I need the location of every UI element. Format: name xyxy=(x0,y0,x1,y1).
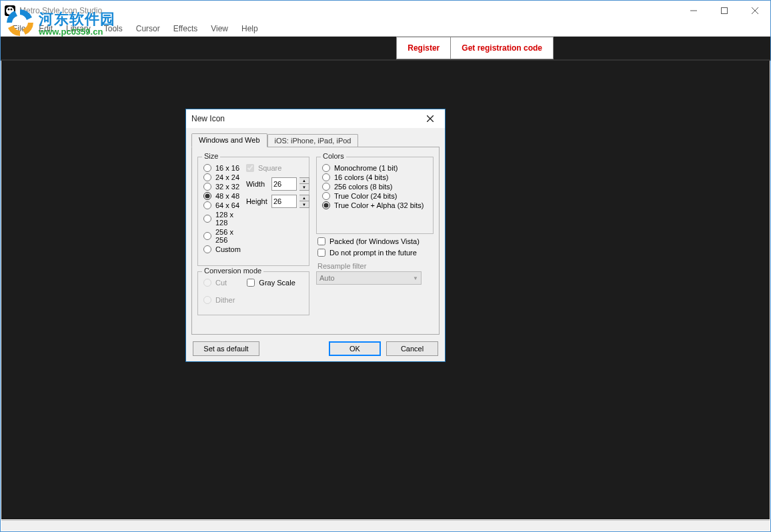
colors-group: Colors Monochrome (1 bit) 16 colors (4 b… xyxy=(316,157,434,234)
svg-rect-4 xyxy=(722,8,728,14)
height-input[interactable]: 26 xyxy=(271,195,297,208)
colors-legend: Colors xyxy=(321,152,346,160)
resample-combo[interactable]: Auto ▼ xyxy=(316,271,422,285)
tab-page: Size 16 x 16 24 x 24 32 x 32 48 x 48 64 … xyxy=(191,147,440,335)
menu-view[interactable]: View xyxy=(204,21,235,36)
tab-strip: Windows and Web iOS: iPhone, iPad, iPod xyxy=(191,132,440,147)
size-24[interactable]: 24 x 24 xyxy=(203,173,241,181)
menu-library[interactable]: Library xyxy=(59,21,97,36)
status-bar xyxy=(1,520,770,531)
chevron-down-icon: ▼ xyxy=(413,275,418,281)
color-32bit[interactable]: True Color + Alpha (32 bits) xyxy=(322,201,428,209)
menu-bar: File Edit Library Tools Cursor Effects V… xyxy=(1,21,770,37)
svg-point-2 xyxy=(11,9,13,11)
cancel-button[interactable]: Cancel xyxy=(386,341,438,356)
size-custom[interactable]: Custom xyxy=(203,245,241,253)
app-icon xyxy=(5,5,15,16)
conversion-cut[interactable]: Cut xyxy=(203,279,235,287)
get-registration-code-button[interactable]: Get registration code xyxy=(450,37,554,59)
size-group: Size 16 x 16 24 x 24 32 x 32 48 x 48 64 … xyxy=(197,157,309,266)
conversion-group: Conversion mode Cut Dither Gray Scale xyxy=(197,271,309,315)
menu-edit[interactable]: Edit xyxy=(32,21,59,36)
size-32[interactable]: 32 x 32 xyxy=(203,183,241,191)
color-16[interactable]: 16 colors (4 bits) xyxy=(322,173,428,181)
set-default-button[interactable]: Set as default xyxy=(193,341,259,356)
size-128[interactable]: 128 x 128 xyxy=(203,211,241,227)
size-256[interactable]: 256 x 256 xyxy=(203,228,241,244)
title-bar: Metro Style Icon Studio xyxy=(1,1,770,21)
color-mono[interactable]: Monochrome (1 bit) xyxy=(322,164,428,172)
tab-ios[interactable]: iOS: iPhone, iPad, iPod xyxy=(267,134,359,147)
resample-label: Resample filter xyxy=(317,262,434,270)
size-16[interactable]: 16 x 16 xyxy=(203,164,241,172)
svg-point-0 xyxy=(6,7,14,15)
color-24bit[interactable]: True Color (24 bits) xyxy=(322,192,428,200)
width-input[interactable]: 26 xyxy=(271,177,297,191)
height-spinner[interactable]: ▲▼ xyxy=(299,195,309,208)
size-64[interactable]: 64 x 64 xyxy=(203,201,241,209)
grayscale-checkbox[interactable]: Gray Scale xyxy=(247,279,295,287)
new-icon-dialog: New Icon Windows and Web iOS: iPhone, iP… xyxy=(185,109,446,362)
close-button[interactable] xyxy=(740,1,770,21)
width-spinner[interactable]: ▲▼ xyxy=(299,177,309,191)
menu-file[interactable]: File xyxy=(6,21,32,36)
noprompt-checkbox[interactable]: Do not prompt in the future xyxy=(317,249,434,257)
packed-checkbox[interactable]: Packed (for Windows Vista) xyxy=(317,237,434,245)
dialog-title: New Icon xyxy=(191,114,225,123)
conversion-dither[interactable]: Dither xyxy=(203,296,235,304)
app-title: Metro Style Icon Studio xyxy=(19,6,102,15)
dialog-title-bar: New Icon xyxy=(186,109,445,128)
size-legend: Size xyxy=(202,152,220,160)
window-controls xyxy=(678,1,770,21)
color-256[interactable]: 256 colors (8 bits) xyxy=(322,183,428,191)
width-label: Width xyxy=(246,180,269,188)
square-checkbox[interactable]: Square xyxy=(246,164,309,172)
height-label: Height xyxy=(246,197,269,205)
register-button[interactable]: Register xyxy=(396,37,451,59)
menu-help[interactable]: Help xyxy=(235,21,265,36)
svg-point-1 xyxy=(8,9,10,11)
minimize-button[interactable] xyxy=(678,1,709,21)
dialog-close-button[interactable] xyxy=(421,109,440,128)
menu-tools[interactable]: Tools xyxy=(97,21,129,36)
size-48[interactable]: 48 x 48 xyxy=(203,192,241,200)
ok-button[interactable]: OK xyxy=(329,341,381,356)
menu-cursor[interactable]: Cursor xyxy=(129,21,167,36)
toolbar: Register Get registration code xyxy=(1,37,770,59)
conversion-legend: Conversion mode xyxy=(202,267,263,275)
maximize-button[interactable] xyxy=(709,1,740,21)
menu-effects[interactable]: Effects xyxy=(167,21,204,36)
tab-windows-web[interactable]: Windows and Web xyxy=(191,133,267,147)
